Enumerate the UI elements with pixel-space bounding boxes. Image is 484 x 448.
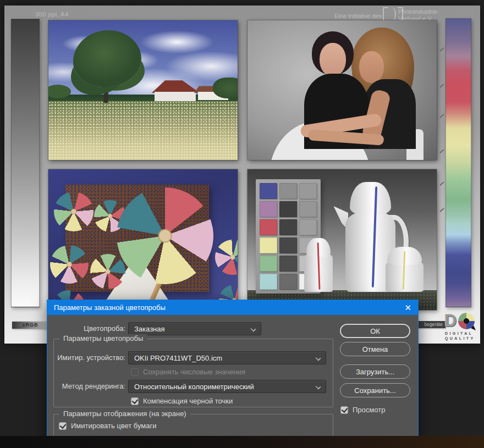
preview-checkbox[interactable]: Просмотр — [340, 406, 385, 414]
test-chart-page: 300 ppi, A4 Eine Initiative des Photoind… — [4, 5, 480, 344]
dialog-title: Параметры заказной цветопробы — [54, 303, 166, 312]
save-button[interactable]: Сохранить... — [340, 383, 410, 397]
color-patch — [299, 183, 317, 199]
chevron-down-icon — [251, 327, 256, 332]
pinwheels-photo — [48, 169, 238, 310]
chevron-down-icon — [316, 356, 321, 361]
color-patch — [279, 256, 297, 272]
color-patch — [260, 237, 277, 253]
grayscale-gradient-ramp — [11, 18, 40, 307]
checkbox-box[interactable] — [59, 422, 67, 430]
bottom-taskbar-strip — [0, 436, 484, 448]
ppi-format-label: 300 ppi, A4 — [35, 11, 69, 18]
dq-text-digital: DIGITAL — [445, 331, 478, 335]
portrait-photo — [248, 20, 437, 160]
ramp-tick-mark — [439, 181, 444, 185]
still-life-photo — [248, 169, 437, 310]
right-trees — [213, 78, 238, 98]
proof-select[interactable]: Заказная — [128, 322, 261, 335]
custom-proof-dialog: Параметры заказной цветопробы ✕ Цветопро… — [47, 300, 419, 439]
ramp-tick-mark — [439, 84, 444, 87]
rendering-intent-select[interactable]: Относительный колориметрический — [128, 380, 326, 393]
close-icon[interactable]: ✕ — [404, 303, 411, 312]
color-patch — [260, 256, 277, 272]
pinwheel — [54, 192, 94, 231]
color-patch — [299, 219, 317, 235]
device-select[interactable]: OKIi PRO7411WT_D50.icm — [128, 351, 326, 364]
color-patch — [260, 219, 277, 235]
landscape-photo — [48, 20, 238, 160]
face-left — [320, 43, 346, 76]
color-patch — [260, 201, 277, 217]
device-label: Имитир. устройство: — [47, 351, 125, 364]
ramp-tick-mark — [439, 114, 444, 118]
proof-label: Цветопроба: — [47, 322, 125, 335]
dialog-body: Цветопроба: Заказная Параметры цветопроб… — [47, 315, 418, 439]
srgb-badge: sRGB — [12, 322, 48, 329]
black-point-checkbox[interactable]: Компенсация черной точки — [131, 397, 233, 405]
color-patch — [279, 274, 297, 290]
preserve-numbers-checkbox: Сохранять числовые значения — [131, 368, 245, 376]
color-patch — [279, 201, 297, 217]
face-right — [359, 51, 384, 83]
ramp-tick-mark — [439, 47, 444, 51]
ok-button[interactable]: ОК — [340, 324, 410, 338]
checkbox-box — [131, 368, 139, 376]
cancel-button[interactable]: Отмена — [340, 342, 410, 356]
pot-lid — [350, 182, 391, 215]
group-display-legend: Параметры отображения (на экране) — [59, 410, 190, 418]
digital-quality-logo: D DIGITAL QUALITY — [444, 311, 479, 343]
color-patch — [279, 237, 297, 253]
ramp-tick-mark — [439, 149, 444, 153]
flower-field — [48, 101, 238, 160]
color-patch — [260, 183, 277, 199]
checkbox-box[interactable] — [131, 397, 139, 405]
initiative-label: Eine Initiative des — [334, 13, 382, 19]
color-patch — [260, 274, 277, 290]
simulate-paper-checkbox[interactable]: Имитировать цвет бумаги — [59, 422, 157, 430]
intent-label: Метод рендеринга: — [47, 380, 125, 393]
small-pot — [304, 238, 333, 291]
farmhouse-wall — [155, 92, 196, 102]
dialog-titlebar[interactable]: Параметры заказной цветопробы ✕ — [47, 300, 418, 315]
group-proof-legend: Параметры цветопробы — [59, 334, 147, 342]
color-patch — [299, 201, 317, 217]
chevron-down-icon — [316, 384, 321, 390]
color-patch — [279, 183, 297, 199]
color-gradient-ramp — [446, 18, 471, 307]
dq-letter-d: D — [444, 311, 457, 331]
dq-text-quality: QUALITY — [445, 336, 478, 340]
sugar-bowl — [386, 247, 424, 292]
load-button[interactable]: Загрузить... — [340, 364, 410, 379]
ramp-tick-mark — [439, 208, 444, 212]
color-patch — [279, 219, 297, 235]
checkbox-box[interactable] — [340, 406, 348, 414]
